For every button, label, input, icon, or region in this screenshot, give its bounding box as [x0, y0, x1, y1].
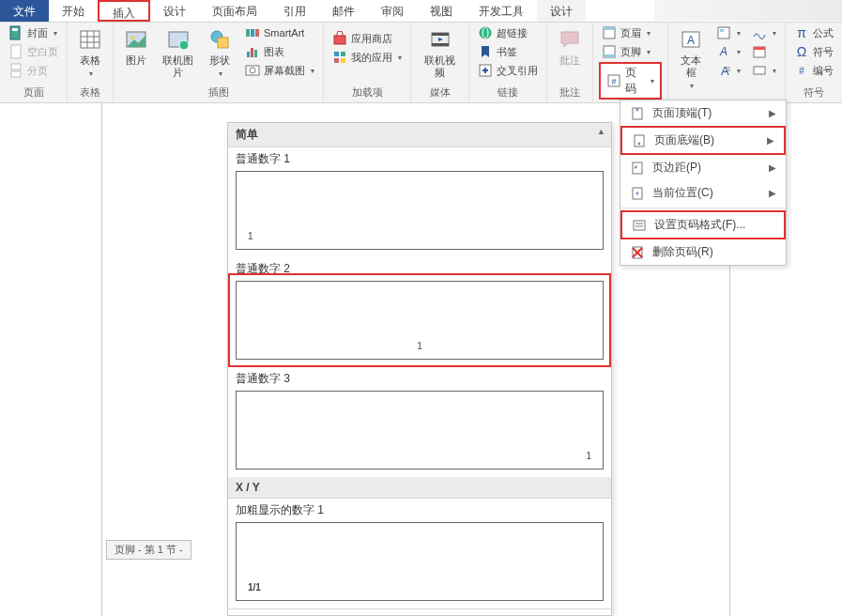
signature-icon	[752, 25, 767, 40]
wordart-button[interactable]: A▾	[713, 43, 743, 60]
smartart-label: SmartArt	[264, 27, 304, 38]
gallery-office-more[interactable]: Office.com 中的其他页码(M) ▶	[228, 609, 611, 616]
equation-button[interactable]: π 公式	[791, 24, 836, 41]
svg-rect-27	[334, 58, 339, 63]
menu-page-top-label: 页面顶端(T)	[652, 105, 712, 121]
svg-text:#: #	[638, 141, 641, 146]
group-symbols: π 公式 Ω 符号 # 编号 符号	[786, 23, 842, 102]
dropcap-button[interactable]: A▾	[713, 62, 743, 79]
svg-text:#: #	[636, 107, 639, 113]
tab-review[interactable]: 审阅	[368, 0, 417, 22]
group-media-label: 媒体	[417, 84, 463, 102]
scroll-up-icon[interactable]: ▲	[597, 127, 605, 136]
screenshot-icon	[245, 63, 260, 78]
svg-rect-16	[246, 29, 250, 37]
textbox-label: 文本框▾	[678, 54, 704, 92]
page-number-button[interactable]: # 页码▾	[599, 62, 662, 100]
page-margins-icon: #	[630, 161, 645, 176]
svg-rect-3	[11, 64, 21, 69]
svg-rect-31	[432, 43, 449, 46]
svg-text:#: #	[799, 66, 804, 76]
gallery-item-plain1-label: 普通数字 1	[228, 147, 611, 169]
tab-insert[interactable]: 插入	[98, 0, 150, 22]
hyperlink-button[interactable]: 超链接	[475, 24, 541, 41]
svg-rect-2	[11, 45, 21, 58]
myaddins-label: 我的应用	[351, 51, 392, 65]
svg-rect-30	[432, 33, 449, 36]
svg-rect-20	[251, 48, 253, 57]
menu-page-bottom[interactable]: # 页面底端(B) ▶	[620, 126, 786, 155]
gallery-item-plain3[interactable]: 1	[236, 391, 604, 470]
arrow-right-icon: ▶	[769, 108, 776, 118]
gallery-item-bold1[interactable]: 1/1	[236, 522, 604, 601]
footer-section-tag: 页脚 - 第 1 节 -	[106, 540, 191, 560]
crossref-button[interactable]: 交叉引用	[475, 62, 541, 79]
group-comments-label: 批注	[553, 84, 587, 102]
footer-button[interactable]: 页脚▾	[599, 43, 662, 60]
menu-format-pagenum[interactable]: 设置页码格式(F)...	[620, 210, 786, 239]
screenshot-button[interactable]: 屏幕截图▾	[242, 62, 317, 79]
tab-developer[interactable]: 开发工具	[466, 0, 537, 22]
menu-page-top[interactable]: # 页面顶端(T) ▶	[620, 100, 786, 126]
gallery-item-plain2[interactable]: 1	[236, 281, 604, 360]
signature-button[interactable]: ▾	[749, 24, 779, 41]
svg-rect-62	[634, 221, 645, 230]
header-icon	[602, 25, 617, 40]
cover-page-label: 封面	[27, 26, 48, 40]
online-picture-button[interactable]: 联机图片	[159, 24, 197, 81]
arrow-right-icon: ▶	[769, 162, 776, 173]
datetime-icon	[752, 44, 767, 59]
svg-text:A: A	[719, 45, 727, 58]
group-tables-label: 表格	[73, 84, 107, 102]
menu-page-margins[interactable]: # 页边距(P) ▶	[620, 155, 786, 180]
online-video-button[interactable]: 联机视频	[417, 24, 463, 81]
tab-file[interactable]: 文件	[0, 0, 49, 22]
object-button[interactable]: ▾	[749, 62, 779, 79]
menu-remove-pagenum[interactable]: 删除页码(R)	[620, 239, 786, 265]
number-button[interactable]: # 编号	[791, 62, 836, 79]
bookmark-button[interactable]: 书签	[475, 43, 541, 60]
picture-button[interactable]: 图片	[119, 24, 153, 69]
tab-view[interactable]: 视图	[417, 0, 466, 22]
page-break-button[interactable]: 分页	[6, 62, 61, 79]
svg-text:#: #	[636, 191, 639, 196]
chevron-down-icon: ▾	[737, 67, 741, 75]
crossref-label: 交叉引用	[497, 64, 538, 78]
current-position-icon: #	[630, 186, 645, 201]
header-button[interactable]: 页眉▾	[599, 24, 662, 41]
screenshot-label: 屏幕截图	[264, 64, 305, 78]
equation-icon: π	[794, 25, 809, 40]
tab-mailings[interactable]: 邮件	[319, 0, 368, 22]
blank-page-button[interactable]: 空白页	[6, 43, 61, 60]
gallery-item-plain1[interactable]: 1	[236, 171, 604, 250]
tab-home[interactable]: 开始	[49, 0, 98, 22]
tab-layout[interactable]: 页面布局	[199, 0, 270, 22]
menu-current-position[interactable]: # 当前位置(C) ▶	[620, 180, 786, 206]
chevron-down-icon: ▾	[773, 29, 776, 38]
myaddins-button[interactable]: 我的应用▾	[329, 49, 405, 66]
cover-page-button[interactable]: 封面▾	[6, 24, 61, 41]
quickparts-button[interactable]: ▾	[713, 24, 743, 41]
smartart-button[interactable]: SmartArt	[242, 24, 317, 41]
table-button[interactable]: 表格▾	[73, 24, 107, 82]
store-button[interactable]: 应用商店	[329, 30, 405, 47]
comment-button[interactable]: 批注	[553, 24, 587, 69]
arrow-right-icon: ▶	[767, 135, 774, 146]
bookmark-label: 书签	[497, 45, 517, 59]
tab-hf-design[interactable]: 设计	[537, 0, 586, 22]
preview-number: 1/1	[248, 582, 261, 593]
svg-rect-15	[218, 38, 228, 48]
wordart-icon: A	[716, 44, 731, 59]
datetime-button[interactable]	[749, 43, 779, 60]
svg-rect-26	[341, 52, 345, 56]
symbol-button[interactable]: Ω 符号	[791, 43, 836, 60]
video-label: 联机视频	[421, 54, 459, 79]
chevron-down-icon: ▾	[773, 67, 776, 75]
page-top-icon: #	[630, 106, 645, 121]
tab-references[interactable]: 引用	[270, 0, 319, 22]
table-icon	[77, 26, 103, 53]
tab-design[interactable]: 设计	[150, 0, 199, 22]
shapes-button[interactable]: 形状▾	[203, 24, 237, 82]
chart-button[interactable]: 图表	[242, 43, 317, 60]
textbox-button[interactable]: A 文本框▾	[674, 24, 708, 94]
